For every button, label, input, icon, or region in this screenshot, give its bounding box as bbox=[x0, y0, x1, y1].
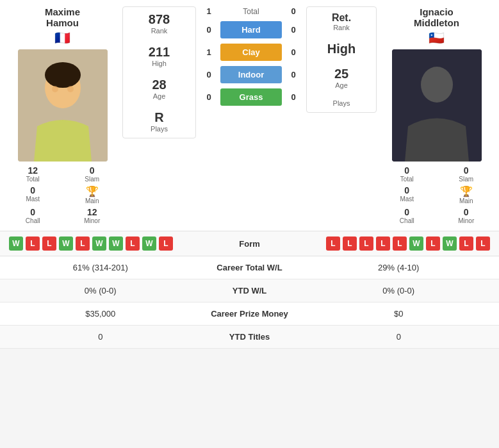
left-trophy-icon-area: 🏆 Main bbox=[66, 185, 119, 204]
left-age-label: Age bbox=[153, 92, 166, 100]
left-player-col: MaximeHamou🇫🇷 12 bbox=[6, 6, 119, 224]
stats-label: YTD Titles bbox=[192, 332, 307, 342]
left-age-stat: 28 Age bbox=[152, 78, 166, 100]
form-badge: L bbox=[76, 236, 90, 251]
form-badge: L bbox=[326, 236, 340, 251]
stats-table-row: 0 YTD Titles 0 bbox=[0, 326, 499, 349]
stats-label: Career Total W/L bbox=[192, 263, 307, 272]
right-chall-stat: 0 Chall bbox=[380, 207, 434, 224]
right-slam-value: 0 bbox=[464, 165, 469, 176]
left-plays-stat: R Plays bbox=[151, 110, 168, 133]
right-rank-label: Rank bbox=[333, 24, 350, 31]
form-badge: L bbox=[426, 236, 440, 251]
svg-point-6 bbox=[421, 67, 453, 103]
right-chall-value: 0 bbox=[404, 207, 409, 217]
right-player-photo bbox=[392, 49, 482, 162]
stats-label: Career Prize Money bbox=[192, 309, 307, 319]
left-center-panel: 878 Rank 211 High 28 Age R Plays bbox=[122, 6, 196, 138]
right-high-value: High bbox=[327, 42, 356, 56]
form-badge: L bbox=[42, 236, 56, 251]
right-age-stat: 25 Age bbox=[334, 67, 348, 89]
form-badge: W bbox=[9, 236, 23, 251]
form-badge: W bbox=[443, 236, 457, 251]
left-mast-value: 0 bbox=[30, 185, 35, 195]
left-chall-stat: 0 Chall bbox=[6, 207, 60, 224]
left-slam-value: 0 bbox=[90, 165, 95, 176]
surface-hard-right: 0 bbox=[287, 25, 300, 35]
form-badge: W bbox=[142, 236, 156, 251]
surface-grass-right: 0 bbox=[287, 92, 300, 102]
form-badge: W bbox=[109, 236, 123, 251]
form-badge: W bbox=[59, 236, 73, 251]
right-ret-value: Ret. bbox=[332, 12, 351, 24]
right-minor-value: 0 bbox=[464, 207, 469, 217]
left-total-stat: 12 Total bbox=[6, 165, 60, 183]
surface-total-label: Total bbox=[220, 7, 282, 16]
right-age-value: 25 bbox=[334, 67, 348, 81]
form-label: Form bbox=[205, 239, 295, 249]
right-minor-label: Minor bbox=[458, 217, 474, 224]
surface-indoor-left: 0 bbox=[202, 70, 215, 79]
right-total-label: Total bbox=[400, 176, 414, 183]
surface-clay-right: 0 bbox=[287, 47, 300, 57]
right-trophy-icon-area: 🏆 Main bbox=[440, 185, 493, 204]
stats-table-row: $35,000 Career Prize Money $0 bbox=[0, 303, 499, 326]
stats-left-value: 0% (0-0) bbox=[9, 286, 192, 295]
form-badge: L bbox=[476, 236, 490, 251]
right-player-col: IgnacioMiddleton🇨🇱 0 Total 0 Slam bbox=[380, 6, 493, 224]
surface-grass-row: 0 Grass 0 bbox=[202, 88, 300, 106]
form-section: WLLWLWWLWL Form LLLLLWLWLL bbox=[0, 231, 499, 256]
form-badge: W bbox=[409, 236, 423, 251]
left-age-value: 28 bbox=[152, 78, 166, 92]
form-badge: L bbox=[393, 236, 407, 251]
form-badge: L bbox=[26, 236, 40, 251]
left-rank-label: Rank bbox=[151, 27, 168, 35]
left-trophy-icon: 🏆 bbox=[86, 185, 99, 197]
surface-total-row: 1 Total 0 bbox=[202, 6, 300, 16]
right-slam-label: Slam bbox=[459, 176, 473, 183]
right-plays-label: Plays bbox=[333, 99, 350, 107]
right-mast-label: Mast bbox=[400, 195, 414, 203]
right-chall-label: Chall bbox=[400, 217, 414, 224]
right-main-label: Main bbox=[459, 197, 473, 204]
right-age-label: Age bbox=[335, 81, 348, 89]
left-main-label: Main bbox=[85, 197, 99, 204]
left-rank-value: 878 bbox=[149, 12, 170, 27]
right-total-stat: 0 Total bbox=[380, 165, 434, 183]
left-plays-label: Plays bbox=[151, 125, 168, 133]
right-slam-stat: 0 Slam bbox=[440, 165, 493, 183]
left-form-badges: WLLWLWWLWL bbox=[9, 236, 201, 251]
left-minor-value: 12 bbox=[87, 207, 97, 217]
left-player-photo bbox=[18, 49, 108, 162]
indoor-badge: Indoor bbox=[220, 66, 282, 83]
stats-label: YTD W/L bbox=[192, 286, 307, 295]
right-high-stat: High bbox=[327, 42, 356, 56]
main-container: MaximeHamou🇫🇷 12 bbox=[0, 0, 499, 349]
surface-panel: 1 Total 0 0 Hard 0 1 Clay 0 0 Indoor 0 bbox=[200, 6, 302, 106]
stats-table-row: 0% (0-0) YTD W/L 0% (0-0) bbox=[0, 279, 499, 303]
left-high-value: 211 bbox=[149, 45, 170, 60]
clay-badge: Clay bbox=[220, 44, 282, 61]
left-player-record: 12 Total 0 Slam 0 Mast 🏆 Main 0 Chall bbox=[6, 165, 119, 224]
surface-total-left: 1 bbox=[202, 6, 215, 16]
right-rank-stat: Ret. Rank bbox=[332, 12, 351, 31]
left-high-label: High bbox=[152, 60, 167, 67]
stats-right-value: 0 bbox=[307, 332, 491, 342]
left-minor-stat: 12 Minor bbox=[66, 207, 119, 224]
form-badge: L bbox=[126, 236, 140, 251]
stats-right-value: 0% (0-0) bbox=[307, 286, 491, 295]
svg-point-3 bbox=[52, 86, 58, 92]
left-mast-stat: 0 Mast bbox=[6, 185, 60, 204]
stats-left-value: $35,000 bbox=[9, 309, 192, 319]
left-mast-label: Mast bbox=[26, 195, 40, 203]
right-mast-stat: 0 Mast bbox=[380, 185, 434, 204]
left-total-label: Total bbox=[26, 176, 40, 183]
stats-left-value: 0 bbox=[9, 332, 192, 342]
form-badge: L bbox=[343, 236, 357, 251]
svg-point-2 bbox=[45, 62, 81, 88]
surface-indoor-row: 0 Indoor 0 bbox=[202, 66, 300, 83]
left-plays-value: R bbox=[154, 110, 163, 125]
surface-grass-left: 0 bbox=[202, 92, 215, 102]
surface-hard-row: 0 Hard 0 bbox=[202, 21, 300, 38]
left-minor-label: Minor bbox=[84, 217, 100, 224]
